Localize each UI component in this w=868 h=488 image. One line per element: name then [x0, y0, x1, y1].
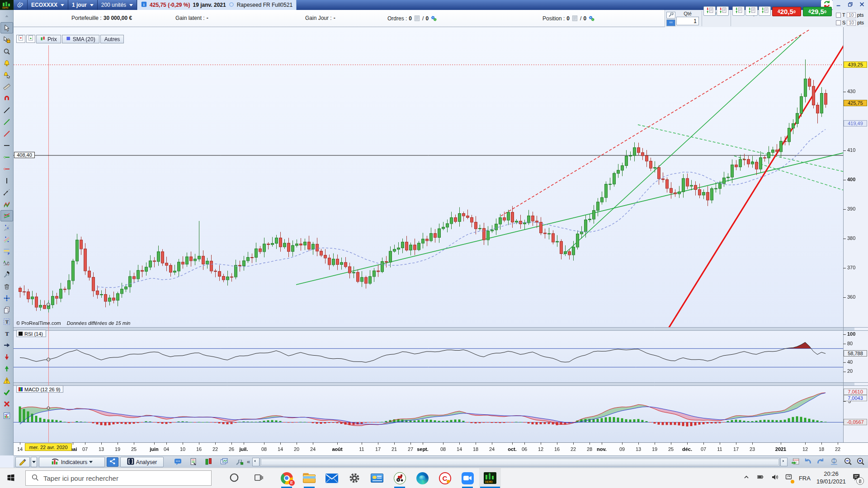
analyser-button[interactable]: Analyser	[120, 457, 164, 467]
macd-hist-box: -0,0567	[844, 419, 867, 425]
position-settings-icon[interactable]	[588, 15, 595, 22]
tab-autres[interactable]: Autres	[100, 35, 124, 43]
date-tick-label: 16	[554, 446, 560, 452]
stop-sell-button[interactable]	[732, 6, 745, 16]
date-tick-label: 24	[489, 446, 495, 452]
task-view-button[interactable]	[250, 472, 268, 485]
tab-prix[interactable]: Prix	[36, 35, 61, 43]
zoom-in-button[interactable]	[854, 457, 866, 467]
taskbar-app-c-app[interactable]: C	[434, 468, 456, 488]
draw-tool-dropdown[interactable]	[31, 457, 37, 467]
goto-date-button[interactable]	[789, 457, 801, 467]
cortana-button[interactable]	[225, 472, 243, 485]
taskbar-app-chrome[interactable]: E	[276, 468, 297, 488]
taskbar-app-tractor-app[interactable]	[389, 468, 410, 488]
taskbar-app-zoom-app[interactable]	[457, 468, 478, 488]
date-tick-label: 23	[750, 446, 755, 452]
date-tick-label: 11	[359, 446, 364, 452]
system-tray: FRA 20:26 19/01/2021 8	[743, 468, 865, 488]
period-dropdown[interactable]: 1 jour	[68, 0, 98, 10]
date-tick-label: 11	[717, 446, 722, 452]
date-tick-label: 24	[310, 446, 316, 452]
undo-button[interactable]	[802, 457, 814, 467]
indicateurs-button[interactable]: Indicateurs	[39, 457, 105, 467]
battery-icon[interactable]	[756, 474, 765, 482]
sell-market-button[interactable]: 420,50	[772, 7, 801, 16]
link-button[interactable]	[14, 0, 28, 10]
taskbar-app-edge[interactable]	[411, 468, 433, 488]
alert-price-box[interactable]: 439,25	[844, 61, 867, 68]
start-button[interactable]	[2, 472, 20, 485]
trailing-checkbox[interactable]	[836, 13, 841, 18]
search-placeholder: Taper ici pour rechercher	[43, 474, 118, 482]
restore-button[interactable]	[847, 1, 854, 9]
taskbar-app-panel-app[interactable]	[366, 468, 388, 488]
export-chart-button[interactable]	[16, 35, 25, 43]
toolbox-button[interactable]	[233, 457, 245, 467]
scroll-left-button[interactable]	[252, 458, 259, 466]
orderbook-button[interactable]	[203, 457, 214, 467]
limite-sell-button[interactable]	[703, 6, 716, 16]
stop-checkbox[interactable]	[836, 20, 841, 25]
clock[interactable]: 20:26 19/01/2021	[816, 470, 846, 486]
tool-scroll-up[interactable]	[0, 10, 13, 22]
notification-button[interactable]: 8	[852, 473, 861, 483]
quantity-input[interactable]	[676, 17, 699, 25]
stop-buy-button[interactable]	[745, 6, 758, 16]
position-list-icon[interactable]	[571, 15, 578, 22]
zoom-out-button[interactable]	[842, 457, 854, 467]
taskbar-app-mail[interactable]	[321, 468, 343, 488]
instrument-dropdown[interactable]: ECOXXXX	[28, 0, 68, 10]
date-tick-label: 21	[392, 446, 397, 452]
language-indicator[interactable]: FRA	[799, 475, 811, 482]
zoom-range-button[interactable]	[828, 457, 840, 467]
pts-label: pts	[857, 12, 864, 18]
volume-icon[interactable]	[771, 474, 779, 483]
sync-status-dot	[791, 480, 794, 483]
t-points-input[interactable]: 10	[847, 12, 856, 18]
report-button[interactable]	[187, 457, 199, 467]
orders-settings-icon[interactable]	[430, 15, 437, 22]
taskbar-app-settings[interactable]	[344, 468, 365, 488]
close-button[interactable]	[859, 1, 865, 9]
sync-icon[interactable]	[785, 474, 793, 483]
minimize-button[interactable]	[835, 1, 842, 9]
units-label: 200 unités	[101, 2, 126, 8]
bottom-toolbar: Indicateurs Analyser «	[14, 455, 868, 468]
stop-trailing-button[interactable]	[759, 6, 771, 16]
buy-price-sup: 0	[824, 9, 826, 14]
limite-buy-button[interactable]	[717, 6, 729, 16]
share-button[interactable]	[107, 457, 118, 467]
buy-market-button[interactable]: 429,50	[803, 7, 832, 16]
search-input[interactable]: Taper ici pour rechercher	[25, 470, 212, 486]
scroll-right-button[interactable]	[780, 458, 788, 466]
date-tick-label: 08	[440, 446, 446, 452]
units-dropdown[interactable]: 200 unités	[98, 0, 137, 10]
macd-label[interactable]: MACD (12 26 9)	[16, 385, 63, 393]
tab-sma[interactable]: SMA (20)	[62, 35, 99, 43]
taskbar-app-explorer[interactable]	[298, 468, 320, 488]
scrollbar-thumb[interactable]	[261, 459, 779, 465]
info-icon[interactable]: i	[141, 1, 147, 9]
draw-tool-button[interactable]	[15, 457, 30, 467]
date-tick-label: 14	[457, 446, 462, 452]
chart-scrollbar[interactable]	[260, 458, 780, 466]
collapse-chevrons[interactable]: «	[247, 458, 250, 465]
gain-latent-value: -	[207, 15, 208, 21]
windows-button[interactable]	[218, 457, 230, 467]
redo-button[interactable]	[815, 457, 826, 467]
chart-canvas[interactable]	[0, 27, 868, 455]
taskbar-app-prorealtime-demo[interactable]: DEMO	[479, 468, 501, 488]
order-settings-button[interactable]	[666, 12, 675, 19]
quote-info: i 425,75 (-0,29 %) 19 janv. 2021 Rapesee…	[137, 0, 297, 10]
tray-expand-icon[interactable]	[743, 474, 750, 483]
rsi-label[interactable]: RSI (14)	[16, 330, 46, 337]
import-chart-button[interactable]	[26, 35, 35, 43]
keyboard-button[interactable]	[666, 19, 675, 26]
chat-button[interactable]	[172, 457, 184, 467]
s-label: S	[842, 20, 845, 25]
svg-text:DEMO: DEMO	[2, 6, 9, 9]
s-points-input[interactable]: 10	[847, 20, 856, 26]
orders-list-icon[interactable]	[414, 15, 420, 22]
buy-price-big: 29,5	[811, 8, 824, 15]
